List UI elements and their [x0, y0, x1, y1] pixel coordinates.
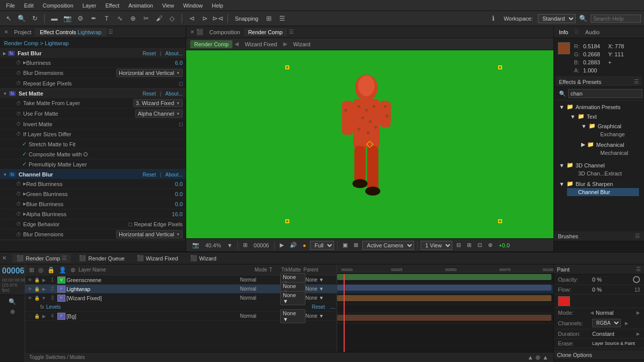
tl-qual-btn[interactable]: ⊛	[69, 265, 76, 275]
shape-tool[interactable]: ∿	[114, 13, 125, 24]
tab-info[interactable]: Info	[554, 28, 573, 36]
composite-check[interactable]: ✓	[22, 151, 27, 157]
layer-2-collapse[interactable]: ▶	[40, 286, 47, 293]
alpha-blur-value[interactable]: 16.0	[172, 211, 183, 217]
viewer-quality-select[interactable]: Full	[310, 241, 334, 250]
tl-new-comp-btn[interactable]: ⊞	[28, 265, 35, 275]
use-matte-stopwatch[interactable]: ⏱	[16, 111, 21, 117]
text-tool[interactable]: T	[101, 13, 112, 24]
tab-render-queue[interactable]: ⬛ Render Queue	[75, 254, 128, 262]
tl-bottom-expand-btn[interactable]: ▲	[526, 353, 534, 362]
ch-blur-dim-dropdown[interactable]: Horizontal and Vertical ▼	[116, 230, 183, 238]
tab-render-comp[interactable]: ⬛ Render Comp ☰	[13, 254, 71, 262]
alpha-blur-stopwatch[interactable]: ⏱	[16, 211, 21, 217]
red-blur-stopwatch[interactable]: ⏱	[16, 181, 21, 187]
layer-2-name[interactable]: Lightwrap	[66, 286, 240, 292]
layer-sizes-stopwatch[interactable]: ⏱	[16, 131, 21, 137]
tl-playhead[interactable]	[344, 274, 345, 352]
viewer-zoom-level[interactable]: 40.4%	[203, 242, 223, 248]
render-comp-tab-menu[interactable]: ☰	[62, 255, 67, 261]
viewer-view-select[interactable]: 1 View	[421, 241, 452, 250]
paint-channels-arrow[interactable]: ▶	[625, 321, 628, 326]
brushes-menu[interactable]: ☰	[635, 233, 640, 239]
blur-dim-dropdown[interactable]: Horizontal and Vertical ▼	[116, 69, 183, 77]
viewer-audio-btn[interactable]: 🔊	[288, 242, 299, 248]
tl-search-btn[interactable]: ⊕	[2, 307, 23, 316]
ep-item-channel-blur[interactable]: Channel Blur	[567, 188, 639, 196]
set-matte-about[interactable]: About...	[166, 91, 183, 97]
viewer-nav-wizard[interactable]: Wizard	[289, 40, 314, 48]
layer-3-parent[interactable]: None ▼	[305, 295, 336, 301]
layer-3-lock[interactable]: 🔒	[33, 295, 40, 302]
snapping-toggle[interactable]: ⊞	[264, 13, 275, 24]
red-blur-value[interactable]: 0.0	[175, 181, 183, 187]
panel-close-btn[interactable]: ✕	[2, 29, 10, 35]
green-blur-value[interactable]: 0.0	[175, 191, 183, 197]
tl-current-time[interactable]: 00006	[2, 266, 25, 276]
fast-blur-reset[interactable]: Reset	[143, 51, 156, 56]
layer-3-mode[interactable]: Normal	[240, 295, 270, 301]
menu-effect[interactable]: Effect	[101, 2, 123, 10]
viewer-snap-btn[interactable]: ⊕	[486, 242, 495, 248]
viewer-plus[interactable]: +0.0	[497, 242, 512, 248]
layer-3-name[interactable]: [Wizard Fixed]	[66, 295, 240, 301]
layer-4-name[interactable]: [Bg]	[66, 313, 240, 319]
paint-opacity-circle[interactable]	[633, 276, 640, 283]
ep-menu[interactable]: ☰	[634, 78, 639, 85]
paint-mode-prev[interactable]: ◀	[590, 310, 594, 315]
paint-duration-arrow[interactable]: ▶	[636, 331, 640, 336]
info-btn[interactable]: ℹ	[488, 13, 499, 24]
align-right[interactable]: ⊳⊲	[212, 13, 223, 24]
channel-blur-about[interactable]: About...	[166, 172, 183, 177]
align-left[interactable]: ⊲	[186, 13, 197, 24]
channel-blur-reset[interactable]: Reset	[143, 172, 156, 177]
take-matte-dropdown[interactable]: 3. Wizard Fixed ▼	[133, 99, 183, 107]
transform-handle-tl[interactable]	[285, 65, 289, 69]
track-bar-2[interactable]	[337, 285, 551, 291]
tl-magnifier-btn[interactable]: 🔍	[2, 297, 23, 306]
rotate-tool[interactable]: ↻	[29, 13, 40, 24]
search-help-input[interactable]	[591, 15, 641, 23]
viewer-zoom-dropdown[interactable]: ▼	[225, 242, 234, 248]
track-bar-3[interactable]	[337, 295, 551, 301]
puppet-tool[interactable]: ⊕	[127, 13, 138, 24]
transform-handle-bl[interactable]	[285, 219, 289, 223]
blue-blur-stopwatch[interactable]: ⏱	[16, 201, 21, 207]
layer-4-matte[interactable]: None ▼	[280, 309, 305, 323]
green-blur-stopwatch[interactable]: ⏱	[16, 191, 21, 197]
blurriness-stopwatch[interactable]: ⏱	[16, 60, 21, 65]
pen-tool[interactable]: ✒	[88, 13, 99, 24]
align-center[interactable]: ⊳	[199, 13, 210, 24]
menu-view[interactable]: View	[158, 2, 178, 10]
comp-render-comp[interactable]: Render Comp	[244, 28, 286, 36]
workspace-select[interactable]: Standard	[538, 14, 576, 23]
viewer-fit-btn[interactable]: ⊡	[475, 242, 484, 248]
viewer-color-btn[interactable]: ●	[301, 242, 308, 248]
tl-bottom-collapse-btn[interactable]: ⊕	[534, 353, 541, 362]
settings-tool[interactable]: ⚙	[75, 13, 86, 24]
viewer-zoom-btn[interactable]: 📷	[190, 242, 201, 248]
repeat-edge-stopwatch[interactable]: ⏱	[16, 80, 21, 86]
ep-item-exchange[interactable]: Exchange	[589, 130, 633, 138]
track-bar-1[interactable]	[337, 274, 551, 280]
layer-1-collapse[interactable]: ▶	[40, 277, 47, 284]
take-matte-stopwatch[interactable]: ⏱	[16, 101, 21, 106]
ep-folder-blur-sharpen[interactable]: ▼ 📁 Blur & Sharpen Channel Blur	[556, 178, 642, 197]
fast-blur-about[interactable]: About...	[166, 51, 183, 56]
ep-folder-graphical[interactable]: ▼ 📁 Graphical Exchange	[578, 121, 636, 139]
viewer-nav-wizard-fixed[interactable]: Wizard Fixed	[240, 40, 281, 48]
tl-bottom-end-btn[interactable]: ▲	[541, 353, 549, 362]
layer-3-collapse[interactable]: ▼	[40, 295, 47, 302]
layer-4-mode[interactable]: Normal	[240, 313, 270, 319]
menu-help[interactable]: Help	[208, 2, 227, 10]
rectangle-tool[interactable]: ▬	[49, 13, 60, 24]
viewer-zoom-in-btn[interactable]: ⊞	[465, 242, 473, 248]
invert-matte-check[interactable]: □	[179, 121, 183, 127]
menu-animation[interactable]: Animation	[124, 2, 157, 10]
stretch-check[interactable]: ✓	[22, 141, 27, 147]
clone-tool[interactable]: ✂	[140, 13, 151, 24]
viewer-nav-arrow2[interactable]: ▶	[283, 41, 287, 47]
premultiply-check[interactable]: ✓	[22, 161, 27, 167]
layer-4-parent[interactable]: None ▼	[305, 313, 336, 319]
levels-reset[interactable]: Reset	[312, 304, 325, 310]
